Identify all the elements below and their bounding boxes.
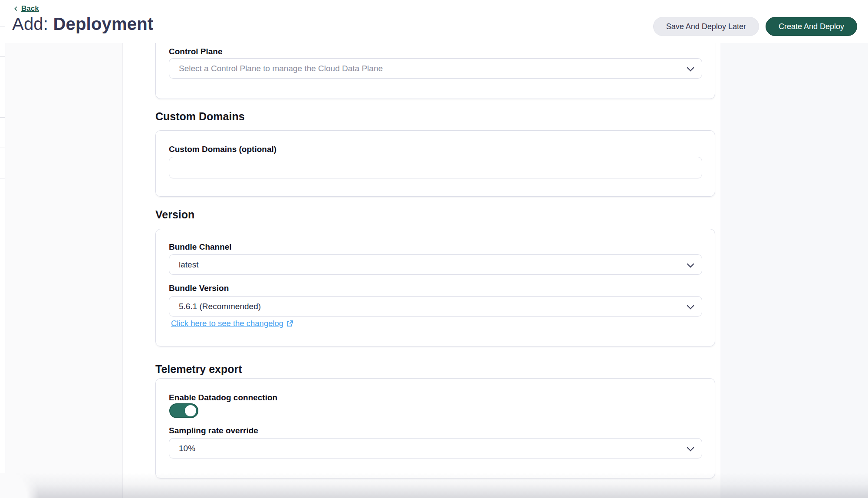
page-title: Add: Deployment (12, 14, 153, 34)
bundle-version-select-value: 5.6.1 (Recommended) (179, 302, 261, 311)
left-edge-row-divider (0, 26, 5, 26)
custom-domains-card: Custom Domains (optional) (155, 130, 715, 197)
add-deployment-page: Control Plane Select a Control Plane to … (0, 0, 868, 498)
sampling-rate-label: Sampling rate override (169, 426, 258, 435)
left-edge-row-divider (0, 148, 5, 148)
bundle-channel-label: Bundle Channel (169, 242, 232, 252)
version-card: Bundle Channel latest Bundle Version 5.6… (155, 229, 715, 346)
version-heading: Version (155, 208, 194, 221)
control-plane-card: Control Plane Select a Control Plane to … (155, 37, 715, 99)
toggle-knob (185, 405, 196, 416)
bundle-version-select[interactable]: 5.6.1 (Recommended) (169, 296, 702, 317)
left-edge-row-divider (0, 56, 5, 57)
chevron-down-icon (688, 446, 693, 451)
control-plane-select-placeholder: Select a Control Plane to manage the Clo… (179, 64, 383, 73)
enable-datadog-label: Enable Datadog connection (169, 393, 277, 402)
header-actions: Save And Deploy Later Create And Deploy (653, 17, 857, 36)
control-plane-select[interactable]: Select a Control Plane to manage the Clo… (169, 58, 702, 79)
changelog-link[interactable]: Click here to see the changelog (171, 319, 293, 328)
back-button-label: Back (21, 4, 39, 13)
left-edge-row-divider (0, 117, 5, 118)
create-and-deploy-button[interactable]: Create And Deploy (766, 17, 857, 36)
custom-domains-label: Custom Domains (optional) (169, 145, 276, 154)
sampling-rate-select-value: 10% (179, 444, 195, 453)
left-edge-panel (0, 0, 5, 498)
bundle-version-label: Bundle Version (169, 284, 229, 293)
enable-datadog-toggle[interactable] (169, 403, 198, 418)
external-link-icon (286, 320, 293, 327)
page-header: Back Add: Deployment Save And Deploy Lat… (5, 0, 868, 43)
left-edge-row-divider (0, 178, 5, 178)
chevron-left-icon (13, 6, 19, 12)
custom-domains-input[interactable] (169, 157, 702, 178)
telemetry-heading: Telemetry export (155, 363, 242, 376)
left-edge-row-divider (0, 87, 5, 87)
bundle-channel-select-value: latest (179, 260, 198, 270)
custom-domains-heading: Custom Domains (155, 110, 245, 123)
bundle-channel-select[interactable]: latest (169, 254, 702, 275)
back-button[interactable]: Back (13, 4, 39, 13)
page-title-prefix: Add: (12, 14, 48, 33)
chevron-down-icon (688, 304, 693, 309)
changelog-link-text: Click here to see the changelog (171, 319, 283, 328)
page-title-main: Deployment (53, 14, 153, 33)
telemetry-card: Enable Datadog connection Sampling rate … (155, 378, 715, 478)
left-sidebar-rail (6, 43, 123, 498)
control-plane-label: Control Plane (169, 47, 223, 56)
chevron-down-icon (688, 262, 693, 267)
chevron-down-icon (688, 66, 693, 71)
sampling-rate-select[interactable]: 10% (169, 438, 702, 458)
save-and-deploy-later-button[interactable]: Save And Deploy Later (653, 17, 759, 36)
